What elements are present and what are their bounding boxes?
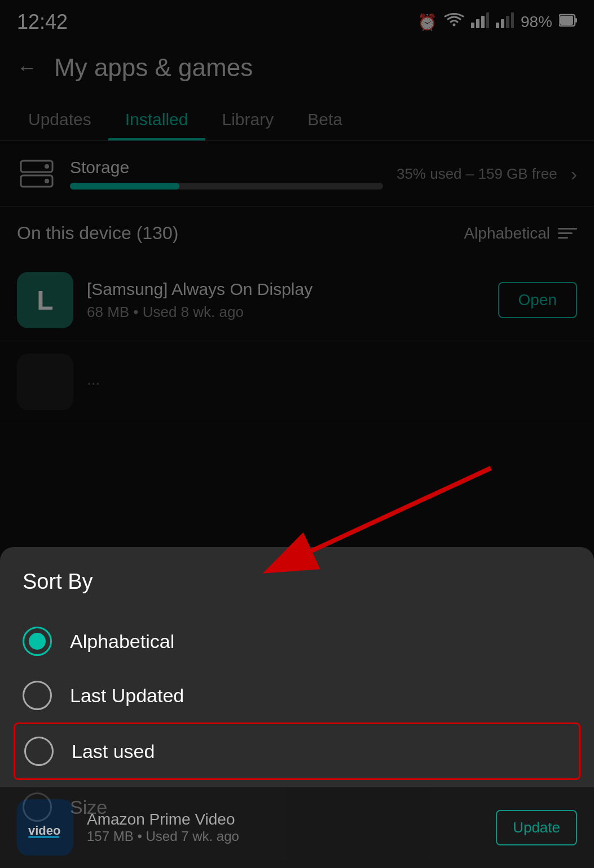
svg-text:video: video	[28, 823, 60, 838]
sort-option-alphabetical-label: Alphabetical	[70, 631, 174, 653]
radio-last-used	[24, 737, 54, 766]
radio-last-updated	[23, 681, 52, 710]
bottom-app-item: video Amazon Prime Video 157 MB • Used 7…	[0, 787, 594, 868]
radio-alphabetical	[23, 627, 52, 656]
radio-inner-alphabetical	[29, 633, 46, 650]
bottom-app-meta: 157 MB • Used 7 wk. ago	[87, 829, 482, 844]
svg-rect-16	[28, 836, 59, 838]
sort-option-alphabetical[interactable]: Alphabetical	[23, 614, 571, 668]
sort-option-last-updated-label: Last Updated	[70, 685, 184, 707]
update-button[interactable]: Update	[496, 810, 577, 845]
sort-dialog-overlay: Sort By Alphabetical Last Updated Last u…	[0, 0, 594, 868]
amazon-icon: video	[17, 799, 73, 856]
sort-option-last-updated[interactable]: Last Updated	[23, 668, 571, 722]
sort-option-last-used-label: Last used	[72, 741, 155, 763]
sort-option-last-used[interactable]: Last used	[14, 722, 580, 780]
sort-dialog-title: Sort By	[23, 570, 571, 594]
bottom-app-name: Amazon Prime Video	[87, 810, 482, 829]
bottom-app-info: Amazon Prime Video 157 MB • Used 7 wk. a…	[87, 810, 482, 844]
